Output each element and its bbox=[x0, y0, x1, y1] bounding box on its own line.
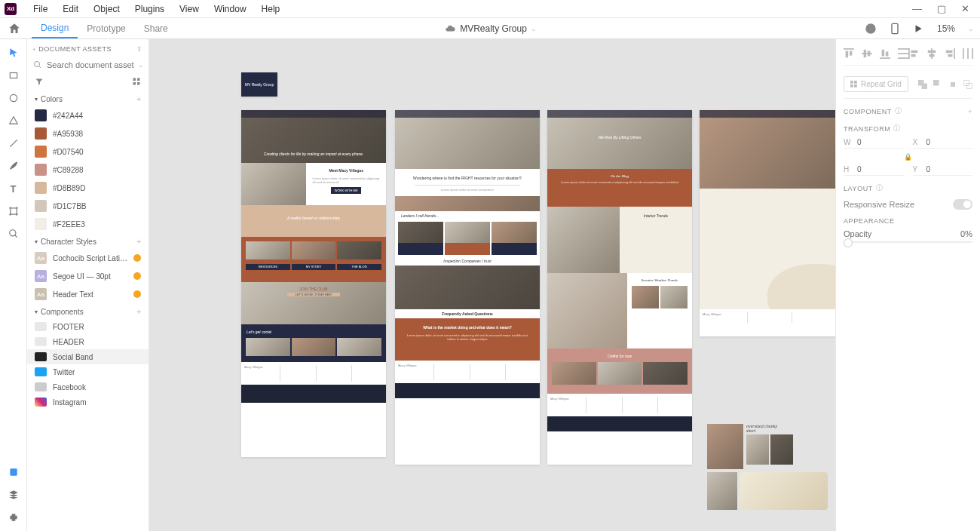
svg-rect-33 bbox=[963, 48, 964, 59]
color-swatch[interactable]: #D07540 bbox=[27, 143, 149, 161]
mobile-preview-icon[interactable] bbox=[890, 23, 899, 35]
boolean-intersect-icon[interactable] bbox=[948, 80, 957, 89]
tab-share[interactable]: Share bbox=[135, 18, 177, 38]
chevron-down-icon[interactable]: ⌵ bbox=[139, 61, 142, 69]
zoom-level[interactable]: 15% bbox=[937, 23, 955, 34]
transform-section: TRANSFORM bbox=[844, 125, 890, 133]
tab-design[interactable]: Design bbox=[32, 18, 78, 38]
distribute-v-icon[interactable] bbox=[898, 48, 908, 59]
zoom-dropdown[interactable]: ⌵ bbox=[969, 25, 972, 32]
svg-rect-24 bbox=[908, 48, 910, 59]
play-icon[interactable] bbox=[913, 23, 923, 34]
opacity-slider[interactable] bbox=[844, 241, 972, 243]
component-item[interactable]: FOOTER bbox=[27, 319, 149, 334]
canvas[interactable]: MV Realty Group Creating clients for lif… bbox=[149, 39, 835, 531]
artboard-home[interactable]: Creating clients for life by making an i… bbox=[241, 110, 386, 457]
component-item[interactable]: Instagram bbox=[27, 394, 149, 410]
charstyle-item[interactable]: AaHeader Text bbox=[27, 285, 149, 303]
color-swatch[interactable]: #242A44 bbox=[27, 106, 149, 124]
select-tool[interactable] bbox=[8, 47, 20, 59]
zoom-tool[interactable] bbox=[8, 228, 20, 240]
tab-prototype[interactable]: Prototype bbox=[78, 18, 134, 38]
tool-rail: T bbox=[0, 39, 27, 531]
window-minimize[interactable]: — bbox=[912, 3, 922, 14]
profile-icon[interactable] bbox=[865, 23, 877, 35]
color-swatch[interactable]: #D8B89D bbox=[27, 179, 149, 197]
menu-object[interactable]: Object bbox=[86, 4, 127, 14]
x-input[interactable]: 0 bbox=[926, 138, 931, 146]
layers-icon[interactable] bbox=[8, 489, 20, 501]
svg-point-5 bbox=[9, 230, 15, 236]
rectangle-tool[interactable] bbox=[8, 69, 20, 81]
filter-icon[interactable] bbox=[35, 77, 44, 86]
y-input[interactable]: 0 bbox=[926, 165, 931, 173]
menu-view[interactable]: View bbox=[172, 4, 207, 14]
boolean-subtract-icon[interactable] bbox=[933, 80, 942, 89]
charstyle-item[interactable]: AaSegoe UI — 30pt bbox=[27, 267, 149, 285]
add-charstyle[interactable]: + bbox=[136, 238, 141, 246]
component-item[interactable]: Social Band bbox=[27, 349, 149, 364]
align-hcenter-icon[interactable] bbox=[926, 48, 937, 59]
color-swatch[interactable]: #D1C7BB bbox=[27, 197, 149, 215]
opacity-value: 0% bbox=[960, 229, 972, 238]
artboard-logo[interactable]: MV Realty Group bbox=[241, 72, 277, 97]
menu-edit[interactable]: Edit bbox=[55, 4, 86, 14]
artboard-tool[interactable] bbox=[8, 205, 20, 217]
svg-rect-25 bbox=[911, 51, 918, 54]
svg-rect-10 bbox=[133, 82, 136, 85]
artboard-blog[interactable]: We Rise By Lifting Others On the Blog Lo… bbox=[547, 110, 692, 465]
polygon-tool[interactable] bbox=[8, 115, 20, 127]
ellipse-tool[interactable] bbox=[8, 92, 20, 104]
align-right-icon[interactable] bbox=[945, 48, 955, 59]
caret-icon[interactable]: ‹ bbox=[33, 46, 35, 53]
document-title[interactable]: MVRealty Group ⌵ bbox=[445, 23, 535, 34]
pen-tool[interactable] bbox=[8, 160, 20, 172]
boolean-add-icon[interactable] bbox=[918, 80, 927, 89]
repeat-grid-button[interactable]: Repeat Grid bbox=[844, 76, 908, 92]
color-swatch[interactable]: #A95938 bbox=[27, 124, 149, 143]
text-tool[interactable]: T bbox=[8, 183, 20, 195]
charstyles-section[interactable]: Character Styles bbox=[41, 238, 96, 246]
component-item[interactable]: HEADER bbox=[27, 334, 149, 349]
width-input[interactable]: 0 bbox=[857, 138, 862, 146]
artboard-resources[interactable]: Wondering where to find the RIGHT resour… bbox=[395, 110, 540, 465]
add-component[interactable]: + bbox=[136, 308, 141, 316]
export-icon[interactable]: ⇪ bbox=[136, 45, 143, 53]
align-top-icon[interactable] bbox=[844, 48, 854, 59]
charstyle-item[interactable]: AaCochocib Script Latin Pro — 125pt bbox=[27, 249, 149, 267]
height-input[interactable]: 0 bbox=[857, 165, 862, 173]
component-item[interactable]: Twitter bbox=[27, 364, 149, 379]
plugins-icon[interactable] bbox=[8, 511, 20, 523]
search-input[interactable] bbox=[47, 60, 134, 69]
lock-aspect-icon[interactable]: 🔒 bbox=[844, 153, 972, 161]
distribute-h-icon[interactable] bbox=[963, 48, 973, 59]
color-swatch[interactable]: #C89288 bbox=[27, 161, 149, 179]
colors-section[interactable]: Colors bbox=[41, 95, 63, 103]
app-icon: Xd bbox=[5, 3, 17, 15]
menu-window[interactable]: Window bbox=[207, 4, 254, 14]
svg-rect-21 bbox=[898, 48, 908, 50]
grid-view-icon[interactable] bbox=[132, 77, 141, 86]
align-bottom-icon[interactable] bbox=[880, 48, 890, 59]
component-item[interactable]: Facebook bbox=[27, 379, 149, 394]
components-section[interactable]: Components bbox=[41, 308, 84, 316]
line-tool[interactable] bbox=[8, 137, 20, 149]
responsive-toggle[interactable] bbox=[953, 199, 972, 210]
libraries-icon[interactable] bbox=[8, 466, 20, 478]
color-swatch[interactable]: #F2EEE3 bbox=[27, 215, 149, 233]
align-vcenter-icon[interactable] bbox=[862, 48, 872, 59]
artboard-moodboard[interactable]: oversized chunkyshort bbox=[707, 424, 828, 529]
menu-help[interactable]: Help bbox=[254, 4, 288, 14]
home-icon[interactable] bbox=[8, 22, 21, 35]
align-left-icon[interactable] bbox=[908, 48, 919, 59]
window-close[interactable]: ✕ bbox=[961, 3, 969, 14]
window-maximize[interactable]: ▢ bbox=[937, 3, 946, 14]
add-color[interactable]: + bbox=[136, 95, 141, 103]
artboard-about[interactable]: Macy Villegas bbox=[700, 110, 835, 336]
svg-rect-39 bbox=[854, 84, 857, 87]
add-component-btn[interactable]: + bbox=[968, 108, 972, 115]
boolean-exclude-icon[interactable] bbox=[963, 80, 972, 89]
menu-file[interactable]: File bbox=[26, 4, 55, 14]
svg-rect-34 bbox=[967, 48, 969, 59]
menu-plugins[interactable]: Plugins bbox=[127, 4, 172, 14]
